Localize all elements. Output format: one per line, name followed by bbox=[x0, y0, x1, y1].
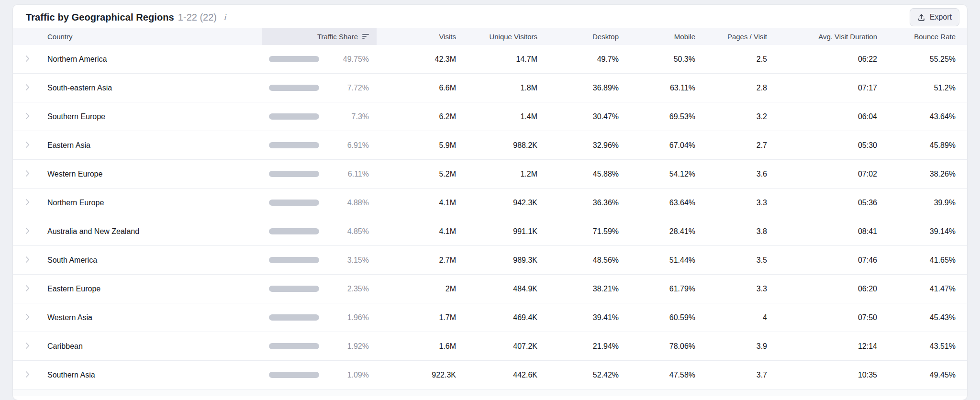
table-row[interactable]: Australia and New Zealand 4.85% 4.1M 991… bbox=[13, 217, 967, 246]
traffic-share-cell: 6.11% bbox=[262, 170, 377, 178]
avg-visit-duration-value: 10:35 bbox=[769, 371, 879, 379]
unique-visitors-value: 988.2K bbox=[458, 141, 539, 150]
unique-visitors-value: 1.4M bbox=[458, 112, 539, 121]
visits-value: 1.6M bbox=[377, 342, 458, 351]
expand-row-button[interactable] bbox=[21, 311, 34, 324]
visits-value: 6.2M bbox=[377, 112, 458, 121]
expand-row-button[interactable] bbox=[21, 225, 34, 238]
expand-row-button[interactable] bbox=[21, 282, 34, 296]
traffic-share-value: 4.88% bbox=[319, 199, 369, 207]
table-row[interactable]: Eastern Europe 2.35% 2M 484.9K 38.21% 61… bbox=[13, 275, 967, 303]
expand-row-button[interactable] bbox=[21, 81, 34, 95]
unique-visitors-value: 407.2K bbox=[458, 342, 539, 351]
visits-value: 2M bbox=[377, 285, 458, 293]
mobile-share-value: 28.41% bbox=[621, 227, 697, 236]
traffic-share-cell: 1.09% bbox=[262, 371, 377, 379]
unique-visitors-value: 1.8M bbox=[458, 84, 539, 92]
traffic-share-cell: 4.85% bbox=[262, 227, 377, 236]
country-name: Northern Europe bbox=[47, 199, 104, 207]
avg-visit-duration-value: 05:36 bbox=[769, 199, 879, 207]
pages-per-visit-value: 2.5 bbox=[697, 55, 769, 64]
bounce-rate-value: 49.45% bbox=[879, 371, 967, 379]
table-row[interactable]: Caribbean 1.92% 1.6M 407.2K 21.94% 78.06… bbox=[13, 332, 967, 361]
chevron-right-icon bbox=[25, 342, 30, 351]
unique-visitors-value: 942.3K bbox=[458, 199, 539, 207]
expand-row-button[interactable] bbox=[21, 53, 34, 66]
traffic-share-cell: 7.3% bbox=[262, 112, 377, 121]
bounce-rate-value: 43.51% bbox=[879, 342, 967, 351]
chevron-right-icon bbox=[25, 170, 30, 178]
country-name: South America bbox=[47, 256, 97, 265]
info-icon[interactable]: i bbox=[223, 13, 226, 22]
chevron-right-icon bbox=[25, 84, 30, 92]
traffic-share-cell: 1.92% bbox=[262, 342, 377, 351]
visits-value: 4.1M bbox=[377, 199, 458, 207]
mobile-share-value: 78.06% bbox=[621, 342, 697, 351]
column-header-avg-visit-duration[interactable]: Avg. Visit Duration bbox=[769, 33, 879, 41]
export-button[interactable]: Export bbox=[910, 8, 959, 26]
visits-value: 1.7M bbox=[377, 313, 458, 322]
expand-row-button[interactable] bbox=[21, 254, 34, 267]
column-header-traffic-share[interactable]: Traffic Share bbox=[262, 28, 377, 45]
upload-icon bbox=[917, 13, 925, 22]
country-name: Western Europe bbox=[47, 170, 102, 178]
country-name: Northern America bbox=[47, 55, 107, 64]
column-header-mobile[interactable]: Mobile bbox=[621, 33, 697, 41]
mobile-share-value: 61.79% bbox=[621, 285, 697, 293]
table-row[interactable]: Northern America 49.75% 42.3M 14.7M 49.7… bbox=[13, 45, 967, 74]
expand-row-button[interactable] bbox=[21, 340, 34, 353]
table-row[interactable]: Northern Europe 4.88% 4.1M 942.3K 36.36%… bbox=[13, 189, 967, 217]
country-cell: Western Europe bbox=[13, 167, 262, 181]
chevron-right-icon bbox=[25, 141, 30, 150]
chevron-right-icon bbox=[25, 256, 30, 265]
table-row[interactable]: South-eastern Asia 7.72% 6.6M 1.8M 36.89… bbox=[13, 74, 967, 102]
traffic-share-bar-track bbox=[269, 171, 319, 177]
country-cell: Caribbean bbox=[13, 340, 262, 353]
bounce-rate-value: 45.89% bbox=[879, 141, 967, 150]
expand-row-button[interactable] bbox=[21, 139, 34, 152]
table-row[interactable]: Southern Europe 7.3% 6.2M 1.4M 30.47% 69… bbox=[13, 102, 967, 131]
column-header-bounce-rate[interactable]: Bounce Rate bbox=[879, 33, 967, 41]
desktop-share-value: 48.56% bbox=[539, 256, 621, 265]
table-row[interactable]: Western Asia 1.96% 1.7M 469.4K 39.41% 60… bbox=[13, 303, 967, 332]
bounce-rate-value: 39.14% bbox=[879, 227, 967, 236]
country-cell: Southern Europe bbox=[13, 110, 262, 123]
traffic-share-cell: 2.35% bbox=[262, 285, 377, 293]
bounce-rate-value: 55.25% bbox=[879, 55, 967, 64]
country-name: Southern Asia bbox=[47, 371, 95, 379]
expand-row-button[interactable] bbox=[21, 167, 34, 181]
expand-row-button[interactable] bbox=[21, 368, 34, 382]
desktop-share-value: 39.41% bbox=[539, 313, 621, 322]
unique-visitors-value: 1.2M bbox=[458, 170, 539, 178]
chevron-right-icon bbox=[25, 112, 30, 121]
expand-row-button[interactable] bbox=[21, 110, 34, 123]
chevron-right-icon bbox=[25, 55, 30, 64]
table-row[interactable]: Eastern Asia 6.91% 5.9M 988.2K 32.96% 67… bbox=[13, 131, 967, 160]
desktop-share-value: 36.36% bbox=[539, 199, 621, 207]
panel-title: Traffic by Geographical Regions bbox=[26, 12, 174, 23]
table-row[interactable]: South America 3.15% 2.7M 989.3K 48.56% 5… bbox=[13, 246, 967, 275]
table-row[interactable]: Southern Asia 1.09% 922.3K 442.6K 52.42%… bbox=[13, 361, 967, 389]
traffic-share-bar-track bbox=[269, 113, 319, 120]
table-row[interactable]: Western Europe 6.11% 5.2M 1.2M 45.88% 54… bbox=[13, 160, 967, 189]
visits-value: 5.2M bbox=[377, 170, 458, 178]
column-header-pages-per-visit[interactable]: Pages / Visit bbox=[697, 33, 769, 41]
chevron-right-icon bbox=[25, 199, 30, 207]
mobile-share-value: 47.58% bbox=[621, 371, 697, 379]
country-cell: Northern Europe bbox=[13, 196, 262, 210]
column-header-desktop[interactable]: Desktop bbox=[539, 33, 621, 41]
column-header-visits[interactable]: Visits bbox=[377, 33, 458, 41]
traffic-share-value: 7.72% bbox=[319, 84, 369, 92]
mobile-share-value: 69.53% bbox=[621, 112, 697, 121]
expand-row-button[interactable] bbox=[21, 196, 34, 210]
traffic-by-geo-regions-panel: Traffic by Geographical Regions 1-22 (22… bbox=[13, 5, 967, 400]
bounce-rate-value: 41.47% bbox=[879, 285, 967, 293]
country-cell: South America bbox=[13, 254, 262, 267]
unique-visitors-value: 991.1K bbox=[458, 227, 539, 236]
country-cell: Southern Asia bbox=[13, 368, 262, 382]
traffic-share-bar-track bbox=[269, 85, 319, 91]
country-name: Caribbean bbox=[47, 342, 83, 351]
export-button-label: Export bbox=[930, 13, 952, 22]
column-header-unique-visitors[interactable]: Unique Visitors bbox=[458, 33, 539, 41]
clipped-next-row bbox=[13, 389, 967, 396]
